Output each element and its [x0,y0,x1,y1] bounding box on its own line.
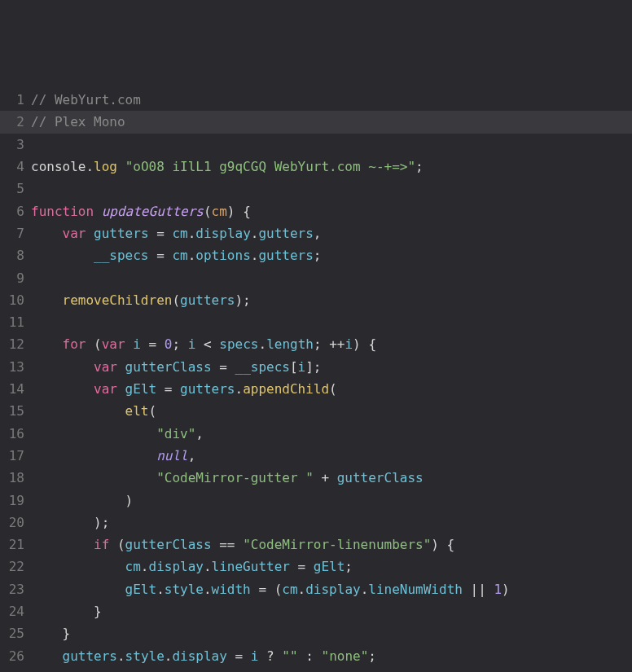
line-number: 21 [0,534,31,556]
code-content[interactable]: var gutters = cm.display.gutters, [31,222,632,244]
code-line[interactable]: 14 var gElt = gutters.appendChild( [0,378,632,400]
token-punct: ( [274,582,283,597]
code-line[interactable]: 10 removeChildren(gutters); [0,289,632,311]
token-property: options [195,248,250,263]
token-property: style [125,648,165,664]
token-variable: i [133,336,141,352]
code-content[interactable]: } [31,622,632,644]
token-ident [243,648,251,664]
token-punct: ) [125,493,134,508]
token-property: lineGutter [212,559,290,574]
token-variable: __specs [94,248,148,263]
token-punct: ( [329,381,337,397]
token-punct: ; [102,515,110,530]
token-variable: cm [282,582,297,597]
code-content[interactable]: if (gutterClass == "CodeMirror-linenumbe… [31,534,632,556]
token-ident [31,648,63,664]
code-line[interactable]: 11 [0,311,632,333]
code-line[interactable]: 19 ) [0,490,632,512]
code-content[interactable]: // WebYurt.com [31,89,632,111]
token-string: "oO08 iIlL1 g9qCGQ WebYurt.com ~-+=>" [125,159,415,174]
line-number: 12 [0,333,31,355]
token-punct: . [156,582,165,597]
code-content[interactable]: } [31,600,632,622]
line-number: 9 [0,267,31,289]
code-content[interactable]: null, [31,445,632,467]
code-line[interactable]: 23 gElt.style.width = (cm.display.lineNu… [0,578,632,600]
token-ident [117,381,125,397]
code-line[interactable]: 5 [0,178,632,200]
token-keyword: var [63,226,86,241]
token-ident [212,537,220,552]
code-line[interactable]: 9 [0,267,632,289]
code-content[interactable]: updateGutterSpace(cm); [31,667,632,672]
token-variable: gElt [125,381,157,397]
token-func: elt [125,403,149,419]
code-content[interactable]: gElt.style.width = (cm.display.lineNumWi… [31,578,632,600]
code-line[interactable]: 7 var gutters = cm.display.gutters, [0,222,632,244]
code-line[interactable]: 17 null, [0,445,632,467]
code-content[interactable]: // Plex Mono [31,111,632,133]
code-line[interactable]: 22 cm.display.lineGutter = gElt; [0,556,632,578]
token-punct: . [251,226,259,241]
code-line[interactable]: 12 for (var i = 0; i < specs.length; ++i… [0,333,632,355]
code-content[interactable]: "div", [31,423,632,445]
token-punct: { [243,204,251,219]
code-line[interactable]: 18 "CodeMirror-gutter " + gutterClass [0,467,632,489]
token-punct: . [141,559,149,574]
token-punct: . [188,248,196,263]
token-string: "" [282,648,297,664]
code-line[interactable]: 2// Plex Mono [0,111,632,133]
code-content[interactable]: elt( [31,400,632,422]
code-line[interactable]: 16 "div", [0,423,632,445]
token-variable: i [188,336,196,352]
token-ident [322,336,330,352]
token-operator: = [298,559,306,574]
code-line[interactable]: 15 elt( [0,400,632,422]
code-line[interactable]: 26 gutters.style.display = i ? "" : "non… [0,645,632,667]
code-content[interactable]: __specs = cm.options.gutters; [31,244,632,266]
token-ident [86,226,94,241]
line-number: 24 [0,600,31,622]
token-ident [149,248,157,263]
code-content[interactable]: ); [31,512,632,534]
token-variable: gutters [180,292,235,308]
code-line[interactable]: 13 var gutterClass = __specs[i]; [0,356,632,378]
line-number: 8 [0,244,31,266]
code-line[interactable]: 6function updateGutters(cm) { [0,200,632,222]
code-line[interactable]: 21 if (gutterClass == "CodeMirror-linenu… [0,534,632,556]
code-content[interactable]: var gutterClass = __specs[i]; [31,356,632,378]
token-ident [31,493,125,508]
token-variable: gElt [314,559,345,574]
token-variable: gutterClass [125,537,212,552]
token-ident [266,582,274,597]
token-ident [165,248,173,263]
code-content[interactable]: function updateGutters(cm) { [31,200,632,222]
code-content[interactable]: for (var i = 0; i < specs.length; ++i) { [31,333,632,355]
code-content[interactable]: console.log "oO08 iIlL1 g9qCGQ WebYurt.c… [31,156,632,178]
code-line[interactable]: 24 } [0,600,632,622]
token-punct: ( [149,403,157,419]
token-func: removeChildren [63,292,173,308]
code-content[interactable]: "CodeMirror-gutter " + gutterClass [31,467,632,489]
code-line[interactable]: 25 } [0,622,632,644]
token-ident [156,336,165,352]
code-content[interactable]: cm.display.lineGutter = gElt; [31,556,632,578]
token-ident [235,204,243,219]
line-number: 27 [0,667,31,672]
code-content[interactable]: gutters.style.display = i ? "" : "none"; [31,645,632,667]
token-ident [172,381,180,397]
code-line[interactable]: 27 updateGutterSpace(cm); [0,667,632,672]
code-line[interactable]: 3 [0,134,632,156]
code-line[interactable]: 1// WebYurt.com [0,89,632,111]
code-line[interactable]: 20 ); [0,512,632,534]
line-number: 10 [0,289,31,311]
code-content[interactable]: var gElt = gutters.appendChild( [31,378,632,400]
code-editor[interactable]: 1// WebYurt.com2// Plex Mono34console.lo… [0,89,632,672]
code-line[interactable]: 4console.log "oO08 iIlL1 g9qCGQ WebYurt.… [0,156,632,178]
code-content[interactable]: ) [31,490,632,512]
token-ident [156,381,165,397]
code-content[interactable]: removeChildren(gutters); [31,289,632,311]
token-punct: ; [172,336,180,352]
code-line[interactable]: 8 __specs = cm.options.gutters; [0,244,632,266]
